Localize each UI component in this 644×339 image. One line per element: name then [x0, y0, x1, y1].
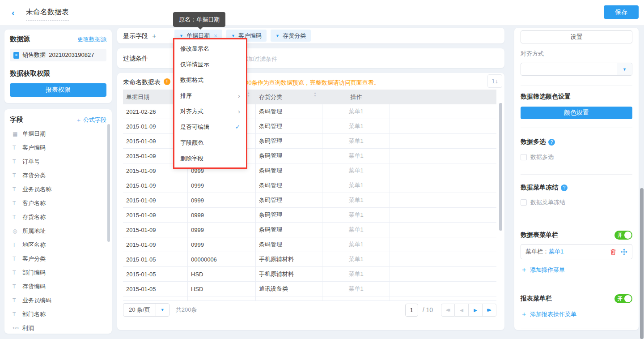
table-cell: 菜单1 — [322, 178, 390, 193]
divider — [521, 285, 632, 285]
row-action-button[interactable]: 菜单1 — [348, 255, 363, 263]
field-item[interactable]: T订单号 — [10, 154, 106, 168]
page-scrollbar[interactable] — [640, 188, 644, 339]
fields-title: 字段 — [10, 116, 23, 124]
sort-icon[interactable]: ▲▼ — [247, 92, 250, 97]
menu-item-删除字段[interactable]: 删除字段 — [174, 150, 246, 166]
last-page-button[interactable]: ▶▶ — [483, 304, 496, 317]
row-action-button[interactable]: 菜单1 — [348, 107, 363, 116]
menu-item-name[interactable]: 菜单1 — [549, 248, 564, 256]
row-action-button[interactable]: 菜单1 — [348, 226, 363, 234]
table-cell: 条码管理 — [256, 223, 322, 237]
table-scrollbar[interactable] — [499, 103, 502, 231]
menu-item-label: 修改显示名 — [180, 45, 209, 53]
filter-color-title: 数据筛选颜色设置 — [521, 93, 632, 101]
chevron-down-icon[interactable]: ▼ — [275, 34, 280, 38]
row-action-button[interactable]: 菜单1 — [348, 240, 363, 249]
add-action-menu-link[interactable]: ＋ 添加操作菜单 — [521, 266, 632, 274]
display-field-chip[interactable]: ▼存货分类 — [271, 30, 311, 42]
change-datasource-link[interactable]: 更改数据源 — [77, 35, 106, 43]
table-cell: 00000006 — [188, 252, 256, 266]
field-item[interactable]: T地区名称 — [10, 238, 106, 252]
prev-page-button[interactable]: ◀ — [455, 304, 469, 317]
freeze-checkbox[interactable]: 数据菜单冻结 — [521, 198, 632, 206]
field-item[interactable]: T部门编码 — [10, 266, 106, 279]
chevron-down-icon[interactable]: ▼ — [231, 34, 235, 38]
first-page-button[interactable]: ◀◀ — [441, 304, 455, 317]
row-action-button[interactable]: 菜单1 — [348, 285, 363, 293]
field-item[interactable]: T客户编码 — [10, 141, 106, 154]
filter-placeholder[interactable]: 添加过滤条件 — [242, 55, 277, 63]
row-action-button[interactable]: 菜单1 — [348, 181, 363, 189]
report-menu-toggle[interactable]: 开 — [614, 294, 632, 303]
field-item-label: 客户编码 — [22, 144, 46, 152]
table-cell: 菜单1 — [322, 208, 390, 222]
fields-scrollbar[interactable] — [107, 124, 110, 242]
color-settings-button[interactable]: 颜色设置 — [521, 107, 632, 119]
settings-button[interactable]: 设置 — [521, 30, 632, 43]
field-item[interactable]: ◎所属地址 — [10, 224, 106, 238]
field-item[interactable]: T部门名称 — [10, 307, 106, 321]
sort-icon[interactable]: ▲▼ — [314, 92, 317, 97]
column-header[interactable]: 存货分类▲▼ — [256, 90, 322, 104]
menu-item-是否可编辑[interactable]: 是否可编辑✓ — [174, 119, 246, 135]
field-dropdown-menu: 修改显示名仅详情显示数据格式排序›对齐方式›是否可编辑✓字段颜色删除字段 — [173, 38, 247, 169]
menu-item-对齐方式[interactable]: 对齐方式› — [174, 103, 246, 119]
row-action-button[interactable]: 菜单1 — [348, 122, 363, 130]
settings-panel: 设置 对齐方式 ▼ 数据筛选颜色设置 颜色设置 数据多选 ? 数据多选 数据菜单… — [514, 28, 639, 330]
align-select[interactable]: ▼ — [521, 63, 632, 76]
menu-item-数据格式[interactable]: 数据格式 — [174, 72, 246, 88]
page-nav: ◀◀ ◀ ▶ ▶▶ — [441, 304, 496, 317]
row-action-button[interactable]: 菜单1 — [348, 152, 363, 160]
menu-item-修改显示名[interactable]: 修改显示名 — [174, 41, 246, 56]
field-item[interactable]: T业务员编码 — [10, 293, 106, 307]
table-cell: 菜单1 — [322, 296, 390, 301]
table-cell: 菜单1 — [322, 237, 390, 252]
datasource-file[interactable]: ≡ 销售数据_20210203190827 — [10, 49, 106, 61]
field-item[interactable]: T存货名称 — [10, 210, 106, 224]
warning-icon: ! — [164, 78, 170, 85]
delete-icon[interactable] — [610, 249, 616, 255]
fields-panel: 字段 ＋ 公式字段 ▦单据日期T客户编码T订单号T存货分类T业务员名称T客户名称… — [4, 109, 112, 334]
back-button[interactable]: ‹ — [12, 7, 15, 18]
field-item[interactable]: T客户分类 — [10, 252, 106, 266]
table-cell: 2015-01-09 — [123, 208, 188, 222]
chevron-down-icon[interactable]: ▼ — [179, 34, 183, 38]
menu-item-排序[interactable]: 排序› — [174, 88, 246, 103]
add-report-menu-link[interactable]: ＋ 添加报表操作菜单 — [521, 310, 632, 318]
table-title: 未命名数据表 — [123, 78, 161, 86]
row-action-button[interactable]: 菜单1 — [348, 211, 363, 219]
add-display-field-button[interactable]: ＋ — [151, 32, 157, 39]
current-page-input[interactable]: 1 — [405, 304, 418, 317]
report-permission-button[interactable]: 报表权限 — [10, 83, 106, 97]
table-cell: 2015-01-09 — [123, 237, 188, 252]
row-action-button[interactable]: 菜单1 — [348, 137, 363, 145]
field-item[interactable]: T业务员名称 — [10, 182, 106, 196]
field-item[interactable]: ▦单据日期 — [10, 127, 106, 141]
field-item[interactable]: T存货编码 — [10, 279, 106, 293]
field-item[interactable]: T客户名称 — [10, 196, 106, 210]
next-page-button[interactable]: ▶ — [469, 304, 483, 317]
checkbox-icon — [521, 199, 527, 206]
field-item[interactable]: 123利润 — [10, 321, 106, 334]
help-icon[interactable]: ? — [561, 185, 568, 191]
row-action-button[interactable]: 菜单1 — [348, 196, 363, 204]
check-icon: ✓ — [235, 124, 240, 130]
sort-tool-button[interactable]: 1↓ — [487, 74, 502, 88]
page-size-select[interactable]: 20 条/页 ▼ — [123, 303, 169, 317]
row-action-button[interactable]: 菜单1 — [348, 167, 363, 175]
total-pages: / 10 — [423, 306, 433, 313]
field-list: ▦单据日期T客户编码T订单号T存货分类T业务员名称T客户名称T存货名称◎所属地址… — [10, 127, 106, 334]
save-button[interactable]: 保存 — [604, 5, 639, 19]
table-menu-toggle[interactable]: 开 — [614, 231, 632, 240]
menu-item-字段颜色[interactable]: 字段颜色 — [174, 135, 246, 150]
submenu-arrow-icon: › — [238, 107, 240, 115]
add-formula-field-link[interactable]: ＋ 公式字段 — [76, 116, 106, 124]
field-item[interactable]: T存货分类 — [10, 168, 106, 182]
menu-item-仅详情显示[interactable]: 仅详情显示 — [174, 56, 246, 72]
multi-select-checkbox[interactable]: 数据多选 — [521, 153, 632, 161]
help-icon[interactable]: ? — [548, 139, 555, 146]
move-icon[interactable] — [621, 249, 627, 255]
table-cell: 菜单1 — [322, 104, 390, 119]
row-action-button[interactable]: 菜单1 — [348, 270, 363, 278]
